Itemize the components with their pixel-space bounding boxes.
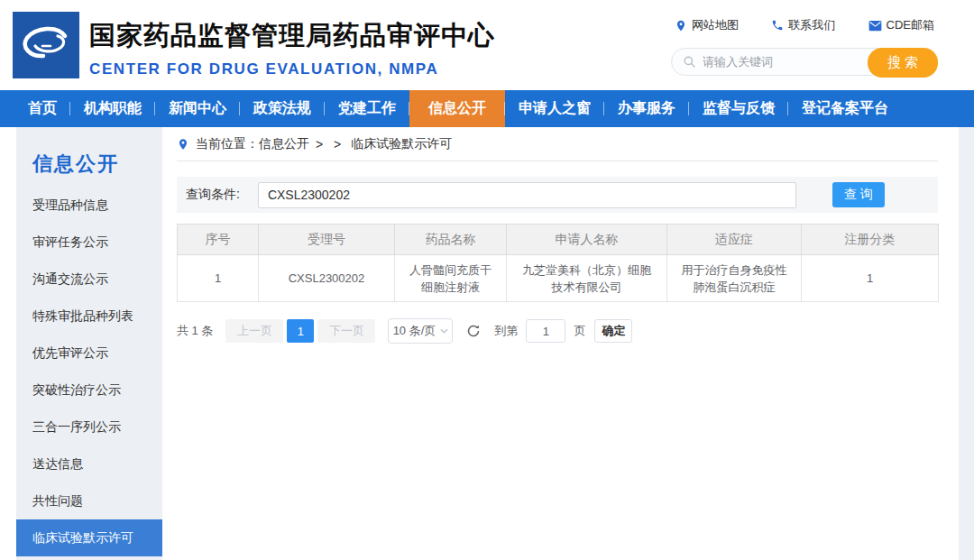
nav-item-label: 政策法规: [253, 99, 311, 118]
nav-item[interactable]: 登记备案平台: [788, 90, 902, 127]
main-content: 当前位置：信息公开 > > 临床试验默示许可 查询条件: 查 询: [177, 127, 938, 560]
sitemap-label: 网站地图: [692, 17, 739, 33]
sidebar-item-label: 特殊审批品种列表: [32, 308, 133, 325]
sidebar-title: 信息公开: [16, 127, 162, 187]
chevron-down-icon: [440, 328, 448, 334]
sidebar: 信息公开 受理品种信息审评任务公示沟通交流公示特殊审批品种列表优先审评公示突破性…: [16, 127, 162, 560]
table-cell: 1: [802, 255, 939, 302]
nav-item[interactable]: 新闻中心: [155, 90, 240, 127]
sidebar-item-label: 优先审评公示: [32, 345, 108, 362]
cde-logo-swirl-icon: [13, 12, 79, 78]
page: 国家药品监督管理局药品审评中心 CENTER FOR DRUG EVALUATI…: [0, 0, 974, 560]
site-subtitle: CENTER FOR DRUG EVALUATION, NMPA: [89, 60, 495, 78]
goto-page-suffix: 页: [574, 323, 585, 339]
nav-item[interactable]: 党建工作: [325, 90, 409, 127]
nav-item[interactable]: 首页: [14, 90, 70, 127]
sidebar-item[interactable]: 优先审评公示: [16, 335, 162, 372]
cde-mail-label: CDE邮箱: [887, 17, 934, 33]
sidebar-item[interactable]: 特殊审批品种列表: [16, 298, 162, 335]
quick-links: 网站地图 联系我们 CDE邮箱: [671, 17, 938, 33]
sidebar-item-label: 审评任务公示: [32, 234, 108, 251]
site-title: 国家药品监督管理局药品审评中心: [89, 18, 495, 54]
nav-item[interactable]: 监督与反馈: [689, 90, 788, 127]
nav-item-label: 监督与反馈: [703, 99, 775, 118]
refresh-icon: [466, 324, 481, 338]
phone-icon: [771, 19, 784, 32]
right-gutter: [959, 127, 974, 560]
breadcrumb-prefix: 当前位置：信息公开: [196, 136, 309, 152]
goto-page-label: 到第: [494, 323, 518, 339]
nav-item[interactable]: 申请人之窗: [505, 90, 604, 127]
results-table: 序号受理号药品名称申请人名称适应症注册分类 1CXSL2300202人骨髓间充质…: [177, 224, 939, 302]
nav-item-label: 申请人之窗: [519, 99, 591, 118]
cde-mail-link[interactable]: CDE邮箱: [868, 17, 934, 33]
sidebar-item[interactable]: 审评任务公示: [16, 224, 162, 261]
sidebar-item[interactable]: 三合一序列公示: [16, 409, 162, 445]
query-form: 查询条件: 查 询: [177, 177, 938, 213]
body-region: 信息公开 受理品种信息审评任务公示沟通交流公示特殊审批品种列表优先审评公示突破性…: [0, 127, 974, 560]
breadcrumb: 当前位置：信息公开 > > 临床试验默示许可: [177, 127, 938, 161]
nav-item[interactable]: 办事服务: [604, 90, 689, 127]
query-label: 查询条件:: [186, 187, 240, 203]
table-header-cell: 申请人名称: [507, 225, 667, 255]
table-cell: 人骨髓间充质干细胞注射液: [395, 255, 507, 302]
breadcrumb-current: 临床试验默示许可: [351, 136, 452, 152]
table-header-cell: 注册分类: [802, 225, 939, 255]
sidebar-item[interactable]: 受理品种信息: [16, 187, 162, 224]
page-size-value: 10 条/页: [393, 323, 436, 339]
envelope-icon: [868, 20, 882, 32]
table-header-cell: 适应症: [667, 225, 802, 255]
nav-item-label: 办事服务: [618, 99, 675, 118]
table-header-cell: 药品名称: [395, 225, 507, 255]
total-count: 共 1 条: [177, 323, 213, 339]
query-input[interactable]: [258, 182, 796, 208]
nav-item[interactable]: 信息公开: [409, 90, 505, 127]
sidebar-item-label: 临床试验默示许可: [32, 530, 133, 546]
contact-us-label: 联系我们: [788, 17, 835, 33]
nav-item-label: 信息公开: [428, 99, 486, 118]
table-cell: 1: [178, 255, 259, 302]
table-header-cell: 序号: [178, 225, 259, 255]
nav-item-label: 新闻中心: [169, 99, 226, 118]
contact-us-link[interactable]: 联系我们: [771, 17, 835, 33]
table-body: 1CXSL2300202人骨髓间充质干细胞注射液九芝堂美科（北京）细胞技术有限公…: [178, 255, 939, 302]
sitemap-link[interactable]: 网站地图: [675, 17, 739, 33]
refresh-button[interactable]: [466, 324, 481, 338]
table-cell: 用于治疗自身免疫性肺泡蛋白沉积症: [667, 255, 802, 302]
query-button[interactable]: 查 询: [832, 182, 885, 207]
header-right: 网站地图 联系我们 CDE邮箱: [671, 17, 938, 76]
page-size-select[interactable]: 10 条/页: [388, 318, 453, 344]
content-wrap: 信息公开 受理品种信息审评任务公示沟通交流公示特殊审批品种列表优先审评公示突破性…: [0, 127, 959, 560]
nav-item[interactable]: 政策法规: [240, 90, 325, 127]
sidebar-item[interactable]: 临床试验默示许可: [16, 519, 162, 556]
sidebar-item-label: 三合一序列公示: [32, 419, 121, 436]
nav-item-label: 党建工作: [338, 99, 396, 118]
location-pin-icon: [675, 19, 687, 32]
nav-item-label: 机构职能: [84, 99, 142, 118]
nav-item[interactable]: 机构职能: [70, 90, 155, 127]
table-header-cell: 受理号: [259, 225, 395, 255]
sidebar-item-label: 沟通交流公示: [32, 271, 108, 288]
next-page-button[interactable]: 下一页: [317, 319, 375, 343]
table-header-row: 序号受理号药品名称申请人名称适应症注册分类: [178, 225, 939, 255]
confirm-button[interactable]: 确定: [594, 319, 632, 343]
sidebar-item[interactable]: 送达信息: [16, 445, 162, 482]
search-button[interactable]: 搜索: [868, 48, 938, 78]
sidebar-item[interactable]: 共性问题: [16, 482, 162, 519]
brand-text: 国家药品监督管理局药品审评中心 CENTER FOR DRUG EVALUATI…: [89, 12, 495, 78]
table-cell: CXSL2300202: [259, 255, 395, 302]
pagination: 共 1 条 上一页 1 下一页 10 条/页: [177, 318, 938, 344]
sidebar-item-label: 共性问题: [32, 493, 83, 510]
cde-logo: [13, 12, 79, 78]
sidebar-item-label: 突破性治疗公示: [32, 382, 121, 399]
page-number-button[interactable]: 1: [287, 319, 314, 343]
prev-page-button[interactable]: 上一页: [225, 319, 283, 343]
sidebar-item-label: 送达信息: [32, 456, 83, 473]
main-nav: 首页机构职能新闻中心政策法规党建工作信息公开申请人之窗办事服务监督与反馈登记备案…: [0, 90, 974, 127]
nav-item-label: 登记备案平台: [802, 99, 888, 118]
goto-page-input[interactable]: [526, 319, 565, 343]
sidebar-item[interactable]: 沟通交流公示: [16, 261, 162, 298]
sidebar-items: 受理品种信息审评任务公示沟通交流公示特殊审批品种列表优先审评公示突破性治疗公示三…: [16, 187, 162, 556]
sidebar-item[interactable]: 突破性治疗公示: [16, 372, 162, 409]
top-header: 国家药品监督管理局药品审评中心 CENTER FOR DRUG EVALUATI…: [0, 0, 974, 90]
